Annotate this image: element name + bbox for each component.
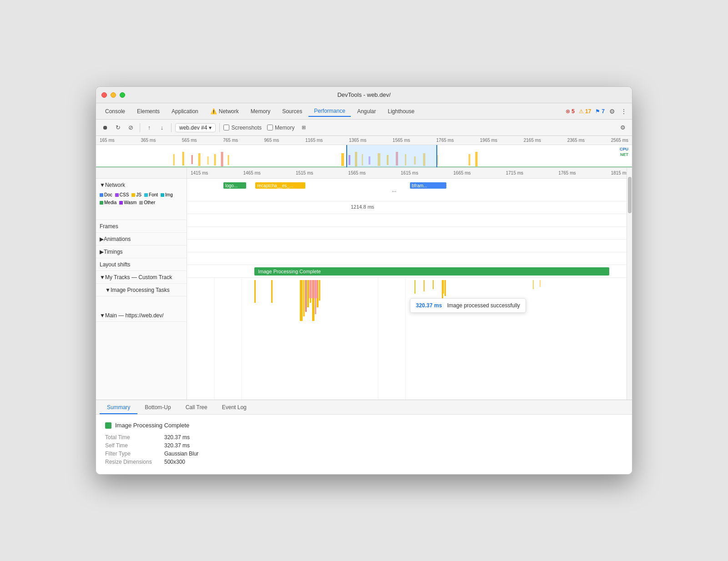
minimize-button[interactable] xyxy=(111,92,116,98)
wasm-label: Wasm xyxy=(124,200,136,205)
memory-icon[interactable]: ⊞ xyxy=(298,122,309,133)
tab-event-log[interactable]: Event Log xyxy=(215,401,254,414)
screenshots-checkbox[interactable] xyxy=(223,125,229,130)
wasm-dot xyxy=(119,201,123,205)
legend-font: Font xyxy=(144,192,158,197)
memory-checkbox-label[interactable]: Memory xyxy=(267,125,294,131)
toolbar: ⏺ ↻ ⊘ ↑ ↓ web.dev #4 ▾ Screenshots Memor… xyxy=(96,120,632,136)
ruler-mark-8: 1765 ms xyxy=(436,138,454,143)
legend-wasm: Wasm xyxy=(119,200,136,205)
left-panel: ▼ Network Doc CSS JS xyxy=(96,168,187,400)
close-button[interactable] xyxy=(101,92,107,98)
tab-bottom-up[interactable]: Bottom-Up xyxy=(137,401,178,414)
main-content: ▼ Network Doc CSS JS xyxy=(96,168,632,400)
my-tracks-label: My Tracks — Custom Track xyxy=(105,274,172,280)
record-button[interactable]: ⏺ xyxy=(100,122,111,133)
ruler-mark-2: 565 ms xyxy=(182,138,197,143)
network-header[interactable]: ▼ Network xyxy=(96,179,187,191)
total-time-row: Total Time 320.37 ms xyxy=(105,434,623,441)
settings-gear-icon[interactable]: ⚙ xyxy=(607,107,617,116)
layout-shifts-row[interactable]: Layout shifts xyxy=(96,258,187,271)
maximize-button[interactable] xyxy=(120,92,125,98)
tab-sources[interactable]: Sources xyxy=(277,106,308,116)
timings-expand-icon: ▶ xyxy=(100,249,104,255)
bottom-tabs: Summary Bottom-Up Call Tree Event Log xyxy=(96,400,632,414)
css-dot xyxy=(115,193,119,197)
clear-button[interactable]: ⊘ xyxy=(125,122,136,133)
profile-selector[interactable]: web.dev #4 ▾ xyxy=(175,123,216,132)
main-row[interactable]: ▼ Main — https://web.dev/ xyxy=(96,309,187,322)
right-panel: 1415 ms 1465 ms 1515 ms 1565 ms 1615 ms … xyxy=(187,168,632,400)
svg-rect-38 xyxy=(415,280,415,294)
selection-overlay[interactable] xyxy=(346,145,437,168)
detail-ruler-spacer xyxy=(96,168,187,179)
window-title: DevTools - web.dev/ xyxy=(337,91,390,98)
tab-memory[interactable]: Memory xyxy=(245,106,276,116)
net-bar-bframe[interactable]: bfram... xyxy=(410,182,446,189)
ruler-mark-6: 1365 ms xyxy=(349,138,366,143)
tab-application[interactable]: Application xyxy=(166,106,204,116)
scrollbar[interactable] xyxy=(627,168,632,400)
more-options-icon[interactable]: ⋮ xyxy=(619,107,628,116)
tab-console[interactable]: Console xyxy=(100,106,131,116)
tab-network[interactable]: ⚠️ Network xyxy=(205,106,244,116)
overview-graph[interactable]: CPU NET xyxy=(96,145,632,168)
download-button[interactable]: ↓ xyxy=(157,122,167,133)
image-proc-bar-label: Image Processing Complete xyxy=(258,269,321,274)
svg-rect-25 xyxy=(271,280,273,303)
total-time-value: 320.37 ms xyxy=(164,434,190,441)
scrollbar-thumb[interactable] xyxy=(628,177,632,213)
svg-rect-3 xyxy=(198,153,201,166)
screenshots-checkbox-label[interactable]: Screenshots xyxy=(223,125,262,131)
toolbar-settings-icon[interactable]: ⚙ xyxy=(617,122,628,133)
animations-label: Animations xyxy=(104,236,131,242)
svg-rect-26 xyxy=(300,280,303,321)
memory-checkbox[interactable] xyxy=(267,125,273,130)
network-legend: Doc CSS JS Font xyxy=(96,191,187,206)
net-bar-recaptcha[interactable]: recaptcha__es_... xyxy=(255,182,305,189)
timeline-overview[interactable]: 165 ms 365 ms 565 ms 765 ms 965 ms 1165 … xyxy=(96,136,632,168)
animations-expand-icon: ▶ xyxy=(100,236,104,242)
svg-rect-24 xyxy=(254,280,256,303)
main-flame-chart[interactable]: 320.37 ms Image processed successfully xyxy=(187,278,632,400)
detail-mark-7: 1765 ms xyxy=(558,170,576,175)
network-expand-icon: ▼ xyxy=(100,182,105,188)
js-label: JS xyxy=(136,192,142,197)
frames-row[interactable]: Frames xyxy=(96,220,187,233)
ruler-mark-12: 2565 ms xyxy=(611,138,628,143)
detail-mark-3: 1565 ms xyxy=(348,170,365,175)
img-tasks-expand-icon: ▼ xyxy=(105,287,111,293)
svg-rect-4 xyxy=(207,156,209,165)
svg-rect-35 xyxy=(309,280,318,298)
network-bars-row: logo... recaptcha__es_... bfram... ... xyxy=(187,179,632,201)
warning-count: 17 xyxy=(585,108,591,115)
tab-angular[interactable]: Angular xyxy=(352,106,381,116)
animations-row[interactable]: ▶ Animations xyxy=(96,233,187,245)
doc-dot xyxy=(100,193,103,197)
net-bar-bframe-label: bfram... xyxy=(412,183,427,188)
svg-rect-42 xyxy=(443,280,444,294)
ruler-mark-4: 965 ms xyxy=(264,138,279,143)
img-dot xyxy=(161,193,164,197)
ruler-mark-11: 2365 ms xyxy=(567,138,585,143)
my-tracks-row[interactable]: ▼ My Tracks — Custom Track xyxy=(96,271,187,284)
reload-profile-button[interactable]: ↻ xyxy=(112,122,123,133)
filter-type-value: Gaussian Blur xyxy=(164,451,198,457)
overview-ruler-marks: 165 ms 365 ms 565 ms 765 ms 965 ms 1165 … xyxy=(100,138,628,143)
upload-button[interactable]: ↑ xyxy=(144,122,155,133)
summary-panel: Image Processing Complete Total Time 320… xyxy=(96,414,632,474)
net-bar-logo[interactable]: logo... xyxy=(223,182,246,189)
detail-mark-6: 1715 ms xyxy=(506,170,523,175)
warning-icon: ⚠️ xyxy=(210,108,217,115)
tab-elements[interactable]: Elements xyxy=(131,106,165,116)
image-processing-bar[interactable]: Image Processing Complete xyxy=(254,267,609,275)
timings-row[interactable]: ▶ Timings xyxy=(96,245,187,258)
detail-mark-2: 1515 ms xyxy=(296,170,313,175)
self-time-value: 320.37 ms xyxy=(164,442,190,449)
tab-performance[interactable]: Performance xyxy=(308,106,351,117)
tab-call-tree[interactable]: Call Tree xyxy=(178,401,215,414)
tab-lighthouse[interactable]: Lighthouse xyxy=(382,106,420,116)
image-processing-tasks-row[interactable]: ▼ Image Processing Tasks xyxy=(96,284,187,296)
tab-summary[interactable]: Summary xyxy=(100,401,137,414)
detail-ruler-marks: 1415 ms 1465 ms 1515 ms 1565 ms 1615 ms … xyxy=(187,170,632,175)
